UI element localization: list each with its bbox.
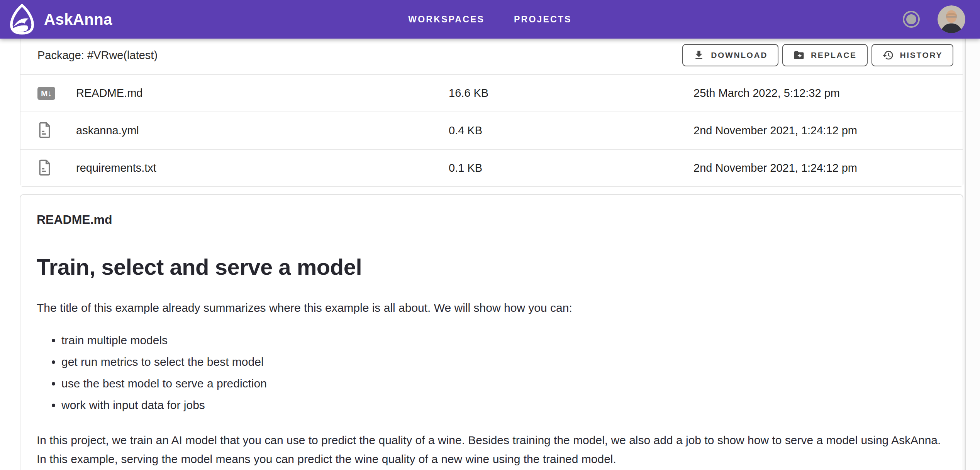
vertical-scrollbar[interactable]: [965, 39, 980, 470]
package-header: Package: #VRwe(latest) DOWNLOAD REPLACE: [20, 36, 963, 74]
download-icon: [693, 49, 705, 61]
package-actions: DOWNLOAD REPLACE HISTORY: [682, 44, 953, 66]
download-label: DOWNLOAD: [711, 51, 768, 60]
brand-name: AskAnna: [44, 11, 112, 28]
download-button[interactable]: DOWNLOAD: [682, 44, 778, 66]
top-navbar: AskAnna WORKSPACES PROJECTS: [0, 0, 980, 39]
package-title: Package: #VRwe(latest): [37, 49, 158, 62]
replace-button[interactable]: REPLACE: [782, 44, 868, 66]
nav-projects[interactable]: PROJECTS: [511, 10, 575, 29]
brand-home-link[interactable]: AskAnna: [7, 3, 112, 36]
main-nav: WORKSPACES PROJECTS: [405, 0, 575, 39]
readme-intro: The title of this example already summar…: [37, 298, 946, 317]
user-avatar[interactable]: [938, 5, 965, 33]
readme-bullet: train multiple models: [61, 333, 946, 347]
file-name: requirements.txt: [76, 162, 449, 174]
askanna-logo-icon: [7, 3, 37, 36]
file-modified: 2nd November 2021, 1:24:12 pm: [693, 124, 963, 137]
readme-bullet: work with input data for jobs: [61, 398, 946, 412]
app-window: AskAnna WORKSPACES PROJECTS Package: #VR…: [0, 0, 980, 470]
workspace-avatar-placeholder[interactable]: [903, 11, 920, 28]
readme-bullet: get run metrics to select the best model: [61, 355, 946, 369]
readme-paragraph: In this project, we train an AI model th…: [37, 431, 946, 468]
file-row-requirements-txt[interactable]: requirements.txt 0.1 KB 2nd November 202…: [20, 149, 963, 186]
file-size: 0.4 KB: [449, 124, 693, 137]
file-name: askanna.yml: [76, 124, 449, 137]
document-icon: [37, 121, 76, 140]
document-icon: [37, 159, 76, 178]
folder-move-icon: [793, 49, 805, 61]
placeholder-disc-icon: [906, 14, 916, 24]
history-button[interactable]: HISTORY: [871, 44, 953, 66]
history-label: HISTORY: [900, 51, 943, 60]
replace-label: REPLACE: [811, 51, 857, 60]
markdown-icon: M↓: [37, 87, 76, 100]
file-modified: 2nd November 2021, 1:24:12 pm: [693, 162, 963, 174]
file-name: README.md: [76, 87, 449, 100]
readme-card-title: README.md: [37, 213, 946, 227]
readme-bullet-list: train multiple models get run metrics to…: [37, 333, 946, 412]
history-icon: [882, 49, 894, 61]
readme-bullet: use the best model to serve a prediction: [61, 377, 946, 391]
file-size: 16.6 KB: [449, 87, 693, 100]
navbar-right: [903, 5, 965, 33]
file-size: 0.1 KB: [449, 162, 693, 174]
file-modified: 25th March 2022, 5:12:32 pm: [693, 87, 963, 100]
nav-workspaces[interactable]: WORKSPACES: [405, 10, 488, 29]
readme-heading: Train, select and serve a model: [37, 254, 946, 280]
readme-card: README.md Train, select and serve a mode…: [20, 194, 963, 470]
file-row-readme[interactable]: M↓ README.md 16.6 KB 25th March 2022, 5:…: [20, 74, 963, 112]
package-card: Package: #VRwe(latest) DOWNLOAD REPLACE: [20, 36, 963, 187]
file-row-askanna-yml[interactable]: askanna.yml 0.4 KB 2nd November 2021, 1:…: [20, 112, 963, 149]
